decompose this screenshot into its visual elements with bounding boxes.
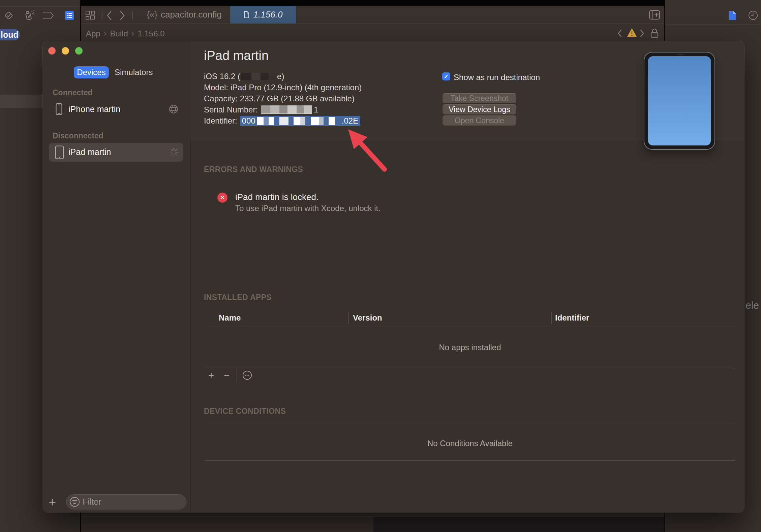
tab-devices-label: Devices bbox=[77, 68, 105, 77]
background-partial-text: ele bbox=[745, 300, 759, 311]
zoom-traffic-light[interactable] bbox=[75, 47, 83, 55]
add-device-button[interactable]: + bbox=[49, 495, 56, 509]
column-header-version[interactable]: Version bbox=[353, 313, 382, 323]
clock-icon[interactable] bbox=[748, 10, 758, 20]
related-items-grid-icon[interactable] bbox=[86, 11, 96, 20]
os-suffix: e) bbox=[277, 72, 284, 81]
tab-capacitor-config[interactable]: {«} capacitor.config bbox=[138, 6, 230, 24]
tab-devices[interactable]: Devices bbox=[74, 66, 109, 78]
tab-label: 1.156.0 bbox=[253, 9, 283, 20]
table-header-underline bbox=[205, 326, 735, 326]
navigator-divider-bottom bbox=[80, 512, 81, 532]
take-screenshot-button[interactable]: Take Screenshot bbox=[443, 93, 516, 103]
console-divider-right bbox=[664, 512, 665, 532]
breadcrumb-app[interactable]: App bbox=[86, 29, 100, 38]
sidebar-item-iphone[interactable]: iPhone martin bbox=[49, 102, 183, 118]
disconnected-section-header: Disconnected bbox=[53, 131, 103, 140]
issue-back-chevron-icon[interactable] bbox=[618, 29, 622, 37]
add-app-button[interactable]: + bbox=[208, 370, 214, 381]
column-separator[interactable] bbox=[348, 312, 349, 325]
editor-inspector-divider bbox=[664, 0, 665, 41]
app-actions-more-button[interactable]: ••• bbox=[243, 371, 252, 380]
iphone-icon bbox=[56, 103, 62, 115]
conditions-bottom-line bbox=[205, 460, 735, 461]
cloud-badge[interactable]: loud bbox=[0, 29, 20, 40]
breadcrumb-version[interactable]: 1.156.0 bbox=[138, 29, 164, 38]
iphone-name: iPhone martin bbox=[68, 104, 120, 114]
toolbar-hairline-left bbox=[0, 6, 80, 7]
spray-bottle-icon[interactable] bbox=[24, 9, 35, 22]
lock-icon[interactable] bbox=[650, 28, 659, 39]
breadcrumb[interactable]: App › Build › 1.156.0 bbox=[86, 28, 165, 39]
tab-simulators-label: Simulators bbox=[115, 68, 153, 77]
device-capacity-row: Capacity: 233.77 GB (21.88 GB available) bbox=[204, 94, 355, 104]
identifier-label: Identifier: bbox=[204, 116, 237, 126]
back-chevron-icon[interactable] bbox=[106, 10, 112, 21]
error-title: iPad martin is locked. bbox=[235, 192, 318, 202]
redacted-identifier bbox=[257, 117, 340, 125]
remove-app-button[interactable]: − bbox=[224, 370, 230, 381]
tabbar-divider-1 bbox=[102, 11, 102, 20]
warning-triangle-icon[interactable] bbox=[627, 28, 637, 38]
bottom-hairline bbox=[81, 516, 373, 517]
spinner-icon bbox=[169, 147, 179, 157]
ipad-name: iPad martin bbox=[68, 147, 111, 157]
network-globe-icon bbox=[169, 104, 178, 114]
checkmark-seal-icon[interactable] bbox=[4, 10, 14, 21]
breadcrumb-build[interactable]: Build bbox=[110, 29, 128, 38]
errors-warnings-heading: ERRORS AND WARNINGS bbox=[204, 165, 303, 174]
screenshot-root: {«} capacitor.config 1.156.0 App › Build… bbox=[0, 0, 761, 532]
forward-chevron-icon[interactable] bbox=[120, 10, 125, 21]
ipad-preview-screen bbox=[648, 56, 711, 145]
document-icon bbox=[244, 11, 249, 19]
identifier-suffix: .02E bbox=[342, 116, 358, 126]
device-conditions-heading: DEVICE CONDITIONS bbox=[204, 407, 286, 416]
ipad-icon bbox=[55, 145, 64, 159]
navigator-editor-divider bbox=[80, 0, 81, 41]
cloud-badge-label: loud bbox=[1, 30, 19, 40]
column-header-name[interactable]: Name bbox=[219, 313, 241, 323]
table-bottom-line bbox=[205, 368, 735, 368]
identifier-prefix: 000 bbox=[242, 116, 255, 126]
breadcrumb-chevron-icon: › bbox=[100, 28, 110, 39]
device-title: iPad martin bbox=[204, 48, 269, 63]
list-report-icon[interactable] bbox=[65, 11, 74, 20]
add-editor-icon[interactable] bbox=[649, 10, 660, 20]
minimize-traffic-light[interactable] bbox=[62, 47, 69, 55]
tab-simulators[interactable]: Simulators bbox=[115, 66, 153, 78]
installed-apps-empty-text: No apps installed bbox=[205, 343, 735, 352]
debug-console-panel bbox=[373, 517, 665, 532]
filter-icon bbox=[69, 497, 80, 507]
connected-section-header: Connected bbox=[53, 88, 93, 97]
issue-forward-chevron-icon[interactable] bbox=[640, 29, 644, 37]
close-traffic-light[interactable] bbox=[48, 47, 56, 55]
toolbar-hairline-right bbox=[665, 24, 761, 25]
device-sidebar: Devices Simulators Connected iPhone mart… bbox=[43, 41, 191, 512]
ipad-camera-dot bbox=[677, 54, 683, 55]
tab-label: capacitor.config bbox=[161, 9, 222, 20]
run-destination-checkbox[interactable]: ✓ bbox=[442, 72, 450, 80]
column-separator[interactable] bbox=[551, 312, 552, 325]
sidebar-item-ipad[interactable]: iPad martin bbox=[49, 143, 183, 162]
os-prefix: iOS 16.2 ( bbox=[204, 72, 240, 81]
view-device-logs-button[interactable]: View Device Logs bbox=[443, 104, 516, 114]
open-console-button[interactable]: Open Console bbox=[443, 115, 516, 126]
conditions-top-line bbox=[205, 423, 735, 423]
serial-visible: 1 bbox=[314, 105, 318, 114]
device-serial-row: Serial Number:1 bbox=[204, 105, 318, 115]
column-header-identifier[interactable]: Identifier bbox=[555, 313, 589, 323]
tabbar-divider-2 bbox=[132, 11, 133, 20]
app-toolbar-divider bbox=[237, 369, 237, 381]
braces-icon: {«} bbox=[147, 9, 157, 20]
filter-input[interactable] bbox=[66, 494, 186, 509]
tag-icon[interactable] bbox=[43, 12, 54, 19]
installed-apps-heading: INSTALLED APPS bbox=[204, 293, 272, 302]
device-os-row: iOS 16.2 (e) bbox=[204, 71, 284, 81]
titlebar-black-strip bbox=[80, 0, 665, 6]
redacted-serial bbox=[261, 105, 312, 114]
tab-1156[interactable]: 1.156.0 bbox=[230, 6, 296, 24]
run-destination-label: Show as run destination bbox=[454, 73, 540, 82]
breadcrumb-chevron-icon: › bbox=[128, 28, 138, 39]
blue-document-icon[interactable] bbox=[728, 10, 737, 21]
error-detail: To use iPad martin with Xcode, unlock it… bbox=[235, 204, 380, 213]
